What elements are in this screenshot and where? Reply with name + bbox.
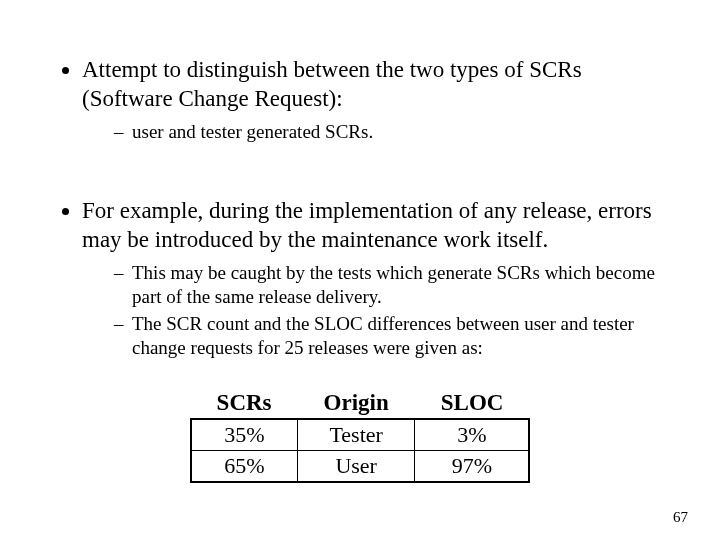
- bullet-1: Attempt to distinguish between the two t…: [82, 56, 672, 143]
- cell-scrs-user: 65%: [191, 450, 298, 482]
- col-header-origin: Origin: [298, 388, 415, 419]
- bullet-2-sublist: This may be caught by the tests which ge…: [82, 261, 672, 360]
- bullet-2-sub-2: The SCR count and the SLOC differences b…: [114, 312, 672, 360]
- bullet-2-text: For example, during the implementation o…: [82, 198, 652, 252]
- page-number: 67: [673, 509, 688, 526]
- bullet-list-level1-2: For example, during the implementation o…: [48, 197, 672, 360]
- bullet-1-sub-1: user and tester generated SCRs.: [114, 120, 672, 144]
- bullet-list-level1: Attempt to distinguish between the two t…: [48, 56, 672, 143]
- cell-scrs-tester: 35%: [191, 419, 298, 451]
- table-row: 35% Tester 3%: [191, 419, 530, 451]
- table-header-row: SCRs Origin SLOC: [191, 388, 530, 419]
- bullet-2-sub-1: This may be caught by the tests which ge…: [114, 261, 672, 309]
- col-header-scrs: SCRs: [191, 388, 298, 419]
- bullet-1-text: Attempt to distinguish between the two t…: [82, 57, 582, 111]
- scr-sloc-table: SCRs Origin SLOC 35% Tester 3% 65% User …: [190, 388, 531, 483]
- bullet-2: For example, during the implementation o…: [82, 197, 672, 360]
- bullet-1-sublist: user and tester generated SCRs.: [82, 120, 672, 144]
- slide: Attempt to distinguish between the two t…: [0, 0, 720, 540]
- cell-sloc-user: 97%: [415, 450, 530, 482]
- vertical-spacer: [48, 171, 672, 197]
- cell-origin-user: User: [298, 450, 415, 482]
- table-row: 65% User 97%: [191, 450, 530, 482]
- cell-sloc-tester: 3%: [415, 419, 530, 451]
- col-header-sloc: SLOC: [415, 388, 530, 419]
- cell-origin-tester: Tester: [298, 419, 415, 451]
